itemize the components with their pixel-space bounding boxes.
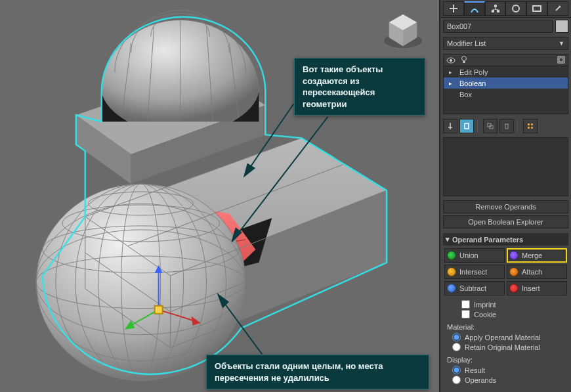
show-end-result-button[interactable] xyxy=(459,119,474,133)
callout-bottom: Объекты стали одним целым, но места пере… xyxy=(206,355,429,389)
stack-item-label: Edit Poly xyxy=(459,68,488,76)
expand-icon: ▸ xyxy=(449,80,455,87)
svg-line-60 xyxy=(493,9,496,10)
object-color-swatch[interactable] xyxy=(555,20,568,33)
chk-label: Imprint xyxy=(474,301,496,309)
op-label: Intersect xyxy=(459,268,487,276)
radio-display-operands[interactable]: Operands xyxy=(452,375,567,385)
svg-rect-69 xyxy=(559,58,563,62)
stack-item-box[interactable]: Box xyxy=(444,89,568,100)
radio-retain-material[interactable]: Retain Original Material xyxy=(452,342,567,352)
pin-stack-button[interactable] xyxy=(443,119,457,133)
stack-item-boolean[interactable]: ▸ Boolean xyxy=(444,77,568,89)
modifier-stack[interactable]: ▸ Edit Poly ▸ Boolean Box xyxy=(443,54,568,114)
subtract-icon xyxy=(447,284,456,293)
cookie-checkbox[interactable] xyxy=(461,310,470,318)
op-label: Union xyxy=(459,251,478,259)
tab-hierarchy[interactable] xyxy=(485,1,506,16)
svg-rect-67 xyxy=(463,61,465,63)
op-subtract-button[interactable]: Subtract xyxy=(444,281,505,295)
display-result-radio[interactable] xyxy=(452,366,461,374)
display-label: Display: xyxy=(443,353,568,364)
stack-toolbar xyxy=(443,119,568,133)
svg-rect-57 xyxy=(492,10,494,12)
imprint-checkbox[interactable] xyxy=(461,300,470,309)
command-panel: Modifier List ▼ ▸ Edit Poly ▸ Boolean Bo… xyxy=(440,0,571,392)
modifier-list-label: Modifier List xyxy=(447,39,486,47)
svg-point-65 xyxy=(450,59,452,62)
svg-line-61 xyxy=(496,9,498,10)
remove-modifier-button[interactable] xyxy=(499,119,514,133)
rollout-title: Operand Parameters xyxy=(452,236,523,244)
tab-create[interactable] xyxy=(443,1,464,16)
chk-imprint[interactable]: Imprint xyxy=(461,299,567,309)
viewport[interactable]: Вот такие объекты создаются из пересекаю… xyxy=(0,0,440,392)
remove-operands-button[interactable]: Remove Operands xyxy=(443,200,568,213)
callout-top: Вот такие объекты создаются из пересекаю… xyxy=(294,58,425,116)
svg-point-62 xyxy=(513,5,519,12)
rollout-operand-parameters[interactable]: ▾ Operand Parameters xyxy=(443,233,568,246)
configure-modifier-sets-button[interactable] xyxy=(523,119,538,133)
merge-icon xyxy=(509,251,518,260)
svg-point-66 xyxy=(462,56,467,60)
attach-icon xyxy=(509,267,518,276)
chk-cookie[interactable]: Cookie xyxy=(461,309,567,319)
chk-label: Cookie xyxy=(474,311,496,318)
svg-rect-63 xyxy=(533,6,541,11)
op-merge-button[interactable]: Merge xyxy=(507,248,567,263)
tab-display[interactable] xyxy=(526,1,547,16)
op-label: Merge xyxy=(522,251,542,259)
tab-motion[interactable] xyxy=(505,1,526,16)
material-label: Material: xyxy=(443,320,568,331)
stack-header xyxy=(444,54,568,66)
op-label: Attach xyxy=(522,268,542,276)
expand-icon: ▸ xyxy=(449,69,455,76)
union-icon xyxy=(447,251,456,260)
radio-apply-material[interactable]: Apply Operand Material xyxy=(452,332,567,342)
modifier-list-dropdown[interactable]: Modifier List ▼ xyxy=(443,37,568,50)
rollout-collapse-icon: ▾ xyxy=(446,235,450,244)
make-unique-button[interactable] xyxy=(483,119,497,133)
stack-item-label: Box xyxy=(459,91,472,98)
radio-label: Retain Original Material xyxy=(465,343,540,351)
svg-rect-76 xyxy=(531,127,533,129)
radio-label: Apply Operand Material xyxy=(465,334,541,341)
bulb-icon xyxy=(461,56,467,65)
command-tabs xyxy=(440,0,571,18)
tab-modify[interactable] xyxy=(464,1,485,16)
retain-material-radio[interactable] xyxy=(452,343,461,351)
op-label: Subtract xyxy=(459,284,486,292)
object-name-field[interactable] xyxy=(443,20,553,33)
op-insert-button[interactable]: Insert xyxy=(507,281,567,295)
op-label: Insert xyxy=(522,284,540,292)
eye-icon xyxy=(446,57,455,64)
tab-utilities[interactable] xyxy=(547,1,568,16)
svg-rect-74 xyxy=(531,123,533,125)
operands-list[interactable] xyxy=(443,137,568,196)
display-operands-radio[interactable] xyxy=(452,376,461,384)
radio-label: Operands xyxy=(465,376,496,384)
chevron-down-icon: ▼ xyxy=(559,40,564,47)
svg-rect-42 xyxy=(155,306,163,314)
insert-icon xyxy=(509,284,518,293)
svg-rect-73 xyxy=(528,123,530,125)
intersect-icon xyxy=(447,267,456,276)
open-boolean-explorer-button[interactable]: Open Boolean Explorer xyxy=(443,215,568,229)
op-attach-button[interactable]: Attach xyxy=(507,265,567,279)
radio-label: Result xyxy=(465,366,485,374)
svg-rect-75 xyxy=(528,127,530,129)
radio-display-result[interactable]: Result xyxy=(452,365,567,375)
stack-item-label: Boolean xyxy=(459,79,486,87)
svg-rect-58 xyxy=(497,10,499,12)
stack-item-edit-poly[interactable]: ▸ Edit Poly xyxy=(444,66,568,77)
stack-config-icon[interactable] xyxy=(557,56,565,65)
apply-material-radio[interactable] xyxy=(452,333,461,341)
svg-rect-56 xyxy=(494,5,497,7)
op-union-button[interactable]: Union xyxy=(444,248,505,263)
svg-rect-70 xyxy=(465,123,469,129)
op-intersect-button[interactable]: Intersect xyxy=(444,265,505,279)
viewcube[interactable] xyxy=(380,8,426,54)
